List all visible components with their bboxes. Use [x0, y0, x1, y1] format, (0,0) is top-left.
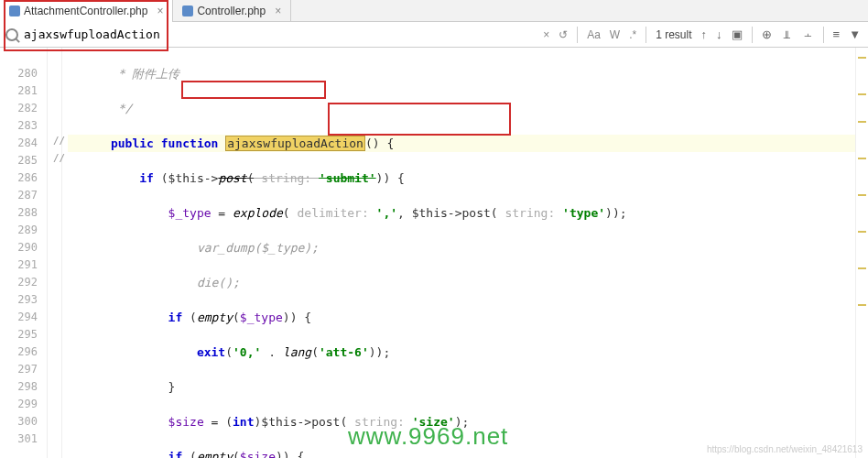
search-input[interactable] — [24, 27, 530, 41]
close-icon[interactable]: × — [275, 5, 281, 17]
search-match: ajaxswfuploadAction — [225, 136, 365, 151]
search-icon — [5, 28, 18, 41]
result-count: 1 result — [656, 28, 691, 41]
toolbar-icon[interactable]: ⫠ — [802, 27, 814, 41]
editor-tabs: AttachmentController.php × Controller.ph… — [0, 0, 868, 22]
tab-attachment-controller[interactable]: AttachmentController.php × — [0, 0, 173, 22]
settings-icon[interactable]: ≡ — [833, 27, 841, 41]
history-icon[interactable]: ↺ — [559, 28, 568, 41]
close-icon[interactable]: × — [157, 5, 163, 17]
prev-match-icon[interactable]: ↑ — [701, 27, 708, 41]
whole-word-toggle[interactable]: W — [610, 28, 620, 41]
php-icon — [9, 5, 20, 16]
minimap[interactable] — [855, 48, 868, 458]
php-icon — [182, 5, 193, 16]
regex-toggle[interactable]: .* — [629, 28, 636, 41]
next-match-icon[interactable]: ↓ — [716, 27, 722, 41]
toolbar-icon[interactable]: ⫫ — [781, 27, 793, 41]
code-area[interactable]: * 附件上传 */ public function ajaxswfuploadA… — [62, 48, 855, 458]
line-gutter: 2802812822832842852862872882892902912922… — [0, 48, 48, 458]
annotation-box — [181, 81, 326, 99]
tab-label: AttachmentController.php — [24, 5, 147, 17]
clear-icon[interactable]: × — [543, 28, 549, 41]
add-selection-icon[interactable]: ⊕ — [762, 27, 772, 41]
tab-controller[interactable]: Controller.php × — [173, 0, 291, 22]
tab-label: Controller.php — [197, 5, 266, 17]
editor: 2802812822832842852862872882892902912922… — [0, 48, 868, 458]
select-all-icon[interactable]: ▣ — [732, 27, 743, 41]
filter-icon[interactable]: ▼ — [849, 27, 861, 41]
source-watermark: https://blog.csdn.net/weixin_48421613 — [707, 444, 863, 454]
match-case-toggle[interactable]: Aa — [587, 28, 601, 41]
fold-column — [48, 48, 62, 458]
find-bar: × ↺ Aa W .* 1 result ↑ ↓ ▣ ⊕ ⫫ ⫠ ≡ ▼ — [0, 22, 868, 48]
watermark: www.9969.net — [348, 422, 508, 451]
